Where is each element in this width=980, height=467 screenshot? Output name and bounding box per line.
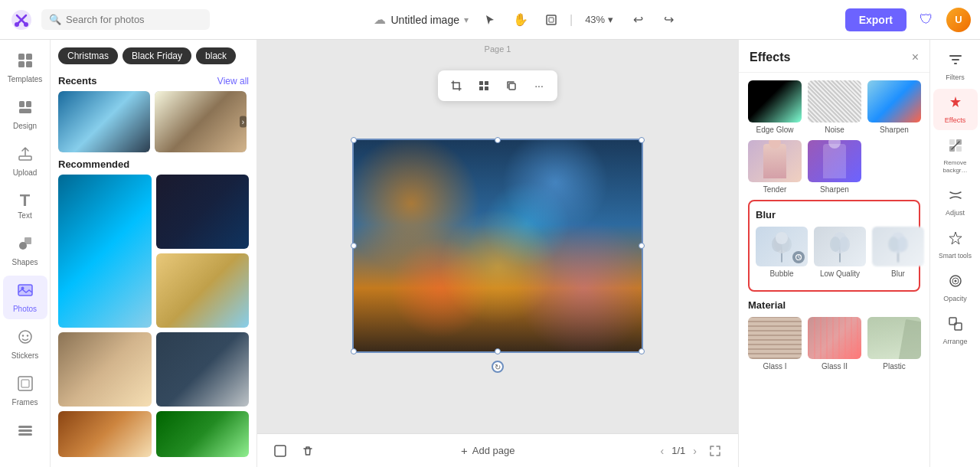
frame-tool-btn[interactable] (539, 8, 564, 32)
rec-photo-5[interactable] (156, 332, 250, 407)
rtool-remove-bg[interactable]: Remove backgr… (933, 132, 978, 180)
rec-photo-6[interactable] (58, 411, 152, 457)
rotate-handle[interactable]: ↻ (492, 361, 504, 373)
handle-bm[interactable] (495, 348, 501, 354)
effect-glass1[interactable]: Glass I (748, 317, 802, 371)
effects-close-btn[interactable]: × (912, 51, 919, 64)
canvas-wrapper[interactable]: ··· ↻ (257, 58, 738, 433)
fullscreen-btn[interactable] (704, 440, 726, 462)
sidebar-item-templates[interactable]: Templates (3, 46, 47, 90)
svg-point-39 (839, 237, 850, 252)
svg-rect-21 (18, 377, 32, 390)
page-thumbnail-btn[interactable] (270, 440, 291, 462)
rtool-arrange[interactable]: Arrange (933, 310, 978, 351)
svg-rect-5 (18, 54, 24, 60)
grid-btn[interactable] (473, 75, 495, 96)
handle-br[interactable] (639, 348, 645, 354)
svg-rect-9 (19, 109, 31, 113)
sidebar-item-stickers[interactable]: Stickers (3, 322, 47, 366)
sidebar-item-design[interactable]: Design (3, 93, 47, 136)
next-page-btn[interactable]: › (690, 443, 700, 459)
sidebar-item-photos[interactable]: Photos (3, 276, 47, 319)
select-tool-btn[interactable] (478, 8, 502, 32)
left-sidebar: Templates Design Upload T Text Shapes (0, 40, 51, 467)
rtool-smart-tools[interactable]: Smart tools (933, 224, 978, 266)
photos-icon (17, 282, 34, 302)
rec-photo-tall[interactable] (58, 175, 152, 328)
rec-photo-3[interactable] (156, 253, 250, 328)
rtool-arrange-label: Arrange (942, 338, 967, 345)
zoom-value: 43% (585, 14, 605, 25)
effect-noise[interactable]: Noise (808, 80, 861, 134)
sidebar-item-text[interactable]: T Text (3, 186, 47, 226)
sidebar-item-label: Upload (13, 168, 38, 177)
effect-plastic[interactable]: Plastic (867, 317, 921, 371)
design-icon (17, 99, 34, 119)
export-button[interactable]: Export (845, 8, 906, 31)
effect-blur[interactable]: Blur (872, 227, 924, 278)
copy-btn[interactable] (501, 75, 522, 96)
sidebar-item-label: Stickers (11, 351, 39, 360)
blur-section: Blur (748, 200, 920, 292)
bottom-center: + Add page (455, 441, 521, 460)
effect-tender[interactable]: Tender (748, 140, 802, 194)
canvas-frame[interactable]: ↻ (352, 139, 643, 353)
prev-page-btn[interactable]: ‹ (658, 443, 668, 459)
chevron-down-icon[interactable]: ▾ (464, 15, 469, 25)
search-icon: 🔍 (49, 14, 61, 25)
low-quality-label: Low Quality (820, 269, 860, 278)
view-all-link[interactable]: View all (217, 76, 249, 87)
delete-page-btn[interactable] (297, 440, 318, 462)
effects-icon (948, 95, 963, 114)
tag-christmas[interactable]: Christmas (58, 47, 118, 64)
handle-bl[interactable] (351, 348, 357, 354)
rec-photo-2[interactable] (156, 175, 250, 249)
effect-edge-glow[interactable]: Edge Glow (748, 80, 802, 134)
sidebar-item-more[interactable] (3, 416, 47, 449)
undo-btn[interactable]: ↩ (626, 8, 650, 32)
effects-header: Effects × (739, 40, 929, 73)
effect-glass2[interactable]: Glass II (808, 317, 861, 371)
hand-tool-btn[interactable]: ✋ (508, 8, 533, 32)
sidebar-item-label: Frames (12, 398, 38, 407)
sharpen2-thumb (808, 140, 861, 182)
sidebar-item-upload[interactable]: Upload (3, 139, 47, 183)
topbar: 🔍 ☁ Untitled image ▾ ✋ | 43% ▾ ↩ ↪ Expor… (0, 0, 980, 40)
sidebar-item-shapes[interactable]: Shapes (3, 229, 47, 273)
effect-sharpen[interactable]: Sharpen (867, 80, 921, 134)
rtool-adjust[interactable]: Adjust (933, 181, 978, 223)
search-input[interactable] (66, 14, 202, 25)
sidebar-item-frames[interactable]: Frames (3, 369, 47, 413)
zoom-btn[interactable]: 43% ▾ (579, 11, 619, 28)
effect-sharpen2[interactable]: Sharpen (808, 140, 861, 194)
tag-black-friday[interactable]: Black Friday (122, 47, 191, 64)
recent-photo-2[interactable]: › (155, 91, 247, 152)
recent-nav-arrow[interactable]: › (240, 116, 247, 128)
rec-photo-7[interactable] (156, 411, 250, 457)
doc-title-area[interactable]: ☁ Untitled image ▾ (374, 12, 469, 27)
recent-photo-1[interactable] (58, 91, 150, 152)
handle-tm[interactable] (495, 137, 501, 143)
avatar[interactable]: U (946, 8, 971, 32)
rtool-filters[interactable]: Filters (933, 46, 978, 87)
rec-photo-4[interactable] (58, 332, 152, 407)
handle-mr[interactable] (639, 243, 645, 249)
arrange-icon (948, 316, 963, 335)
add-page-btn[interactable]: + Add page (455, 441, 521, 460)
handle-ml[interactable] (351, 243, 357, 249)
recents-header: Recents View all (58, 69, 249, 91)
svg-point-20 (26, 335, 28, 336)
crop-btn[interactable] (446, 75, 467, 96)
tag-black[interactable]: black (196, 47, 236, 64)
handle-tr[interactable] (639, 137, 645, 143)
rtool-opacity[interactable]: Opacity (933, 267, 978, 309)
more-options-btn[interactable]: ··· (528, 75, 550, 96)
sharpen-label: Sharpen (880, 126, 909, 134)
opacity-icon (948, 273, 963, 292)
search-bar[interactable]: 🔍 (41, 9, 210, 30)
redo-btn[interactable]: ↪ (656, 8, 681, 32)
effect-bubble[interactable]: Bubble (756, 227, 808, 278)
effect-low-quality[interactable]: Low Quality (814, 227, 866, 278)
rtool-effects[interactable]: Effects (933, 89, 978, 130)
handle-tl[interactable] (351, 137, 357, 143)
